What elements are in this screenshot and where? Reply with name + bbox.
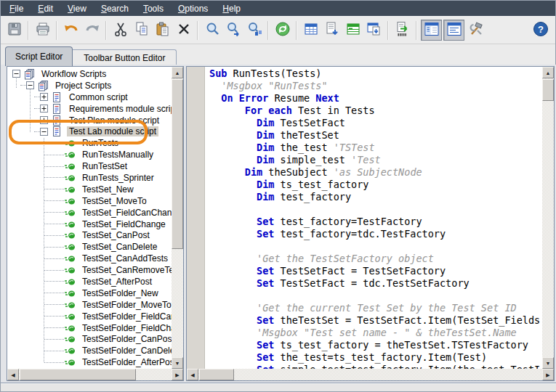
tree-item-testsetfolder-fieldcanchange[interactable]: TestSetFolder_FieldCanChange — [7, 311, 172, 322]
tree-item-testsetfolder-fieldchange[interactable]: TestSetFolder_FieldChange — [7, 322, 172, 334]
toolbar-button-syntax-check[interactable] — [392, 20, 413, 41]
tree-item-label: TestSet_CanAddTests — [80, 253, 170, 264]
toolbar-button-replace[interactable] — [243, 20, 265, 41]
toolbar-button-form-view[interactable] — [342, 20, 363, 41]
tree-item-common-script[interactable]: Common script — [7, 91, 172, 103]
toolbar-button-paste[interactable] — [152, 20, 173, 41]
function-icon — [64, 149, 76, 160]
tree-item-testset-afterpost[interactable]: TestSet_AfterPost — [7, 276, 172, 287]
menu-item-options[interactable]: Options — [171, 2, 215, 15]
tree-item-test-plan-module-script[interactable]: Test Plan module script — [7, 115, 172, 126]
expand-icon[interactable] — [40, 93, 48, 101]
menu-item-help[interactable]: Help — [215, 2, 248, 15]
toolbar-button-find[interactable] — [201, 20, 222, 41]
scrollbar-thumb[interactable] — [172, 79, 183, 249]
tree-item-workflow-scripts[interactable]: Workflow Scripts — [7, 68, 172, 80]
collapse-icon[interactable] — [40, 128, 48, 136]
scroll-left-button[interactable]: ◀ — [7, 369, 19, 380]
tree-item-testset-moveto[interactable]: TestSet_MoveTo — [7, 195, 172, 207]
code-line: Dim theSubject 'as SubjectNode — [209, 166, 542, 179]
code-vertical-scrollbar[interactable]: ▲ ▼ — [542, 67, 554, 369]
tree-item-runtests-sprinter[interactable]: RunTests_Sprinter — [7, 172, 172, 184]
toolbar-button-save[interactable] — [4, 20, 25, 41]
collapse-icon[interactable] — [26, 81, 34, 89]
tree-item-label: TestSet_New — [80, 184, 136, 195]
toolbar-button-undo[interactable] — [60, 20, 81, 41]
tab-script-editor[interactable]: Script Editor — [5, 46, 73, 66]
toolbar-button-print[interactable] — [32, 20, 53, 41]
scroll-up-button[interactable]: ▲ — [172, 67, 183, 78]
script-tree[interactable]: Workflow ScriptsProject ScriptsCommon sc… — [7, 67, 172, 369]
code-horizontal-scrollbar[interactable]: ◀ ▶ — [187, 369, 554, 380]
code-line: On Error Resume Next — [209, 92, 542, 105]
scrollbar-thumb[interactable] — [542, 79, 554, 101]
toolbar-button-toggle-script-pane[interactable] — [443, 20, 464, 41]
help-button[interactable]: ? — [530, 20, 551, 41]
tree-item-project-scripts[interactable]: Project Scripts — [7, 80, 172, 91]
tree-connector — [44, 270, 64, 271]
tree-panel: Workflow ScriptsProject ScriptsCommon sc… — [7, 66, 184, 381]
toolbar-button-field-customization[interactable] — [300, 20, 321, 41]
menu-item-view[interactable]: View — [60, 2, 94, 15]
toolbar-button-toggle-tree-pane[interactable] — [421, 20, 442, 41]
scripts-folder-icon — [37, 80, 49, 91]
toolbar-button-delete[interactable] — [173, 20, 194, 41]
function-icon — [64, 322, 76, 334]
menu-item-file[interactable]: File — [2, 2, 31, 15]
scroll-left-button[interactable]: ◀ — [187, 369, 198, 380]
tree-vertical-scrollbar[interactable]: ▲ ▼ — [172, 67, 183, 369]
tree-item-runtestset[interactable]: RunTestSet — [7, 160, 172, 172]
tree-item-requirements-module-script[interactable]: Requirements module script — [7, 103, 172, 115]
tree-item-testset-new[interactable]: TestSet_New — [7, 184, 172, 195]
tree-item-testset-fieldchange[interactable]: TestSet_FieldChange — [7, 219, 172, 230]
tree-item-testsetfolder-new[interactable]: TestSetFolder_New — [7, 287, 172, 299]
tree-item-testsetfolder-candelete[interactable]: TestSetFolder_CanDelete — [7, 345, 172, 356]
tree-horizontal-scrollbar[interactable]: ◀ ▶ — [7, 369, 183, 380]
toolbar-button-cut[interactable] — [110, 20, 131, 41]
toolbar-button-find-next[interactable] — [222, 20, 243, 41]
scrollbar-thumb[interactable] — [199, 369, 234, 380]
scroll-down-button[interactable]: ▼ — [542, 357, 554, 369]
help-icon: ? — [532, 20, 549, 41]
scroll-up-button[interactable]: ▲ — [542, 67, 554, 78]
menu-item-tools[interactable]: Tools — [136, 2, 171, 15]
tree-item-testset-fieldcanchange[interactable]: TestSet_FieldCanChange — [7, 207, 172, 219]
tree-item-runtestsmanually[interactable]: RunTestsManually — [7, 149, 172, 160]
toolbar-button-customize[interactable] — [465, 20, 486, 41]
scroll-right-button[interactable]: ▶ — [172, 369, 183, 380]
scrollbar-thumb[interactable] — [20, 369, 136, 380]
menu-item-edit[interactable]: Edit — [31, 2, 60, 15]
toolbar-separator — [197, 21, 198, 40]
window-bottom-edge — [1, 383, 556, 391]
toolbar-button-window-export[interactable] — [363, 20, 384, 41]
field-table-icon — [302, 20, 320, 41]
tree-item-testset-canpost[interactable]: TestSet_CanPost — [7, 229, 172, 241]
tree-item-testset-canremovetests[interactable]: TestSet_CanRemoveTests — [7, 264, 172, 276]
toolbar-button-copy[interactable] — [131, 20, 152, 41]
tab-toolbar-button-editor[interactable]: Toolbar Button Editor — [73, 49, 177, 66]
paste-icon — [154, 20, 172, 41]
toolbar-button-export-script[interactable] — [321, 20, 342, 41]
scroll-right-button[interactable]: ▶ — [542, 369, 554, 380]
script-document-icon — [51, 91, 63, 103]
tree-item-testsetfolder-moveto[interactable]: TestSetFolder_MoveTo — [7, 299, 172, 311]
tree-item-test-lab-module-script[interactable]: Test Lab module script — [7, 126, 172, 137]
cut-icon — [112, 20, 129, 41]
tree-connector — [44, 339, 64, 340]
tree-item-testset-candelete[interactable]: TestSet_CanDelete — [7, 241, 172, 253]
tree-item-runtests[interactable]: RunTests — [7, 137, 172, 149]
menu-item-search[interactable]: Search — [94, 2, 136, 15]
menu-bar: FileEditViewSearchToolsOptionsHelp — [1, 1, 555, 16]
collapse-icon[interactable] — [12, 70, 20, 78]
expand-icon[interactable] — [40, 105, 48, 113]
expand-icon[interactable] — [40, 116, 48, 124]
tree-item-testset-canaddtests[interactable]: TestSet_CanAddTests — [7, 253, 172, 264]
undo-icon — [63, 20, 80, 41]
scroll-down-button[interactable]: ▼ — [172, 357, 183, 369]
toolbar-button-redo[interactable] — [81, 20, 102, 41]
code-editor[interactable]: Sub RunTests(Tests) 'Msgbox "RunTests" O… — [205, 67, 542, 369]
code-line: Dim theTestSet — [209, 129, 542, 142]
toolbar-button-synchronize[interactable] — [272, 20, 293, 41]
tree-item-testsetfolder-canpost[interactable]: TestSetFolder_CanPost — [7, 333, 172, 345]
tree-item-testsetfolder-afterpost[interactable]: TestSetFolder_AfterPost — [7, 356, 172, 368]
